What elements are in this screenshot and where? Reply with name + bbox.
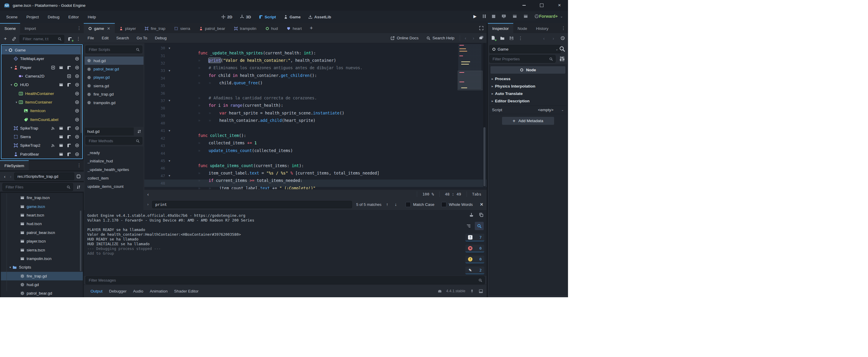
stop-button[interactable] <box>492 14 495 19</box>
scene-instance-badge-icon[interactable] <box>59 135 63 139</box>
scene-tree-row[interactable]: ▾ ItemIcon <box>1 106 82 115</box>
bottom-panel-tab[interactable]: Animation <box>147 288 171 295</box>
workspace-tab-assetlib[interactable]: AssetLib <box>305 13 334 21</box>
code-editor[interactable]: 30 ▼ func _update_health_sprites(current… <box>144 43 487 189</box>
movie-maker-button[interactable] <box>534 14 539 19</box>
file-row[interactable]: ▾ game.tscn <box>1 202 83 210</box>
find-input[interactable] <box>155 202 349 207</box>
code-scrollbar[interactable] <box>483 43 486 187</box>
script-badge-icon[interactable] <box>67 152 71 157</box>
visibility-eye-icon[interactable] <box>75 108 79 113</box>
method-list-item[interactable]: update_items_count <box>85 182 144 191</box>
scene-tab-close-icon[interactable]: ✕ <box>107 26 110 31</box>
edits-counter[interactable]: ✎ 2 <box>465 266 484 274</box>
scene-dock-menu-icon[interactable]: ⋮ <box>77 26 81 31</box>
scene-tab[interactable]: hud <box>261 23 282 33</box>
signal-badge-icon[interactable] <box>51 143 55 148</box>
visibility-eye-icon[interactable] <box>75 57 79 61</box>
renderer-selector[interactable]: Forward+ ⌄ <box>539 12 563 21</box>
file-row[interactable]: ▾ player.tscn <box>1 237 83 246</box>
visibility-eye-icon[interactable] <box>75 65 79 70</box>
scene-filter-input[interactable] <box>22 36 56 41</box>
code-fold-icon[interactable]: ▼ <box>168 47 174 50</box>
scene-tab[interactable]: sierra <box>170 23 195 33</box>
play-scene-button[interactable] <box>513 14 517 19</box>
signal-badge-icon[interactable] <box>51 126 55 130</box>
method-list-item[interactable]: _update_health_sprites <box>85 165 144 174</box>
clear-output-icon[interactable] <box>469 213 474 217</box>
filesystem-menu-icon[interactable]: ⋮ <box>77 163 81 168</box>
history-back-icon[interactable]: ‹ <box>463 35 468 40</box>
filter-properties-input[interactable] <box>492 57 547 62</box>
save-resource-icon[interactable] <box>509 36 514 40</box>
remote-debug-button[interactable] <box>501 14 506 19</box>
script-badge-icon[interactable] <box>67 65 71 70</box>
scene-tree-row[interactable]: ▾ TileMapLayer <box>1 55 82 63</box>
scene-tree-row[interactable]: ▾ Sierra <box>1 132 82 141</box>
script-list-item[interactable]: hud.gd <box>85 57 144 65</box>
fold-arrow-icon[interactable]: ▾ <box>9 66 13 69</box>
property-category[interactable]: ▸ Physics Interpolation <box>489 83 566 90</box>
minimap-viewport[interactable] <box>458 71 483 90</box>
scene-tree-row[interactable]: ▾ Camera2D <box>1 72 82 80</box>
scene-tree-row[interactable]: ▾ SpikeTrap <box>1 124 82 132</box>
method-list-item[interactable]: _initialize_hud <box>85 157 144 166</box>
scene-tree-row[interactable]: ▾ Game <box>1 46 82 55</box>
find-bar-close-icon[interactable]: ✕ <box>480 202 484 207</box>
property-category[interactable]: ▸ Auto Translate <box>489 90 566 97</box>
file-row[interactable]: ▾ patrol_bear.tscn <box>1 228 83 237</box>
bottom-panel-tab[interactable]: Audio <box>130 288 147 295</box>
workspace-tab-script[interactable]: Script <box>256 13 279 21</box>
filter-files-input[interactable] <box>5 185 65 190</box>
code-fold-icon[interactable]: ▼ <box>168 69 174 72</box>
warnings-counter[interactable]: ! 0 <box>465 256 484 263</box>
code-fold-icon[interactable]: ▼ <box>168 159 174 162</box>
filter-scripts-input[interactable] <box>88 47 134 52</box>
scene-tree-row[interactable]: ▾ PatrolBear <box>1 150 82 159</box>
visibility-eye-icon[interactable] <box>75 91 79 96</box>
visibility-eye-icon[interactable] <box>75 118 79 122</box>
scene-tree-row[interactable]: ▾ ItemsContainer <box>1 98 82 106</box>
bottom-panel-tab[interactable]: Shader Editor <box>171 288 202 295</box>
code-fold-icon[interactable]: ▼ <box>168 129 174 132</box>
close-button[interactable]: × <box>557 3 561 7</box>
caret-position[interactable]: 48 : 49 <box>439 191 467 197</box>
inspector-tab[interactable]: History <box>532 23 553 33</box>
sort-files-icon[interactable] <box>75 184 81 190</box>
scene-tree-row[interactable]: ▾ Player <box>1 63 82 72</box>
add-node-button[interactable]: + <box>2 36 8 42</box>
file-row[interactable]: ▾ fire_trap.gd <box>1 272 83 281</box>
groups-badge-icon[interactable] <box>51 65 55 70</box>
menu-item[interactable]: Project <box>23 13 42 21</box>
expand-bottom-panel-icon[interactable] <box>479 289 483 293</box>
play-custom-scene-button[interactable] <box>523 14 528 19</box>
fold-arrow-icon[interactable]: ▾ <box>8 266 12 269</box>
output-search-icon[interactable] <box>475 222 484 230</box>
filter-methods-input[interactable] <box>88 138 134 143</box>
filesystem-tab[interactable]: FileSystem <box>0 160 29 170</box>
fold-arrow-icon[interactable]: ▾ <box>14 101 19 104</box>
edited-object-selector[interactable]: Game ⌄ <box>489 45 561 53</box>
search-help-button[interactable]: Search Help <box>424 36 457 40</box>
visibility-eye-icon[interactable] <box>75 152 79 157</box>
scene-tree-menu-icon[interactable]: ⋮ <box>75 36 81 42</box>
scene-instance-badge-icon[interactable] <box>59 65 63 70</box>
visibility-eye-icon[interactable] <box>75 100 79 104</box>
errors-counter[interactable]: ✕ 0 <box>465 245 484 252</box>
file-row[interactable]: ▾ Scripts <box>1 263 83 271</box>
current-path-input[interactable] <box>17 174 71 179</box>
file-row[interactable]: ▾ patrol_bear.gd <box>1 289 83 297</box>
scene-tab[interactable]: heart <box>282 23 306 33</box>
fold-arrow-icon[interactable]: ▾ <box>4 48 8 52</box>
whole-words-checkbox[interactable] <box>441 202 446 207</box>
output-filter-icon[interactable] <box>464 222 473 230</box>
inspector-menu-icon[interactable]: ⋮ <box>561 26 566 31</box>
method-list-item[interactable]: _ready <box>85 149 144 157</box>
file-row[interactable]: ▾ sierra.tscn <box>1 246 83 254</box>
visibility-eye-icon[interactable] <box>75 135 79 139</box>
visibility-eye-icon[interactable] <box>75 143 79 148</box>
pause-button[interactable] <box>483 14 486 19</box>
code-fold-icon[interactable]: ▼ <box>168 99 174 102</box>
scene-tree-scrollbar[interactable] <box>81 46 82 133</box>
script-menu-item[interactable]: Edit <box>98 35 113 41</box>
